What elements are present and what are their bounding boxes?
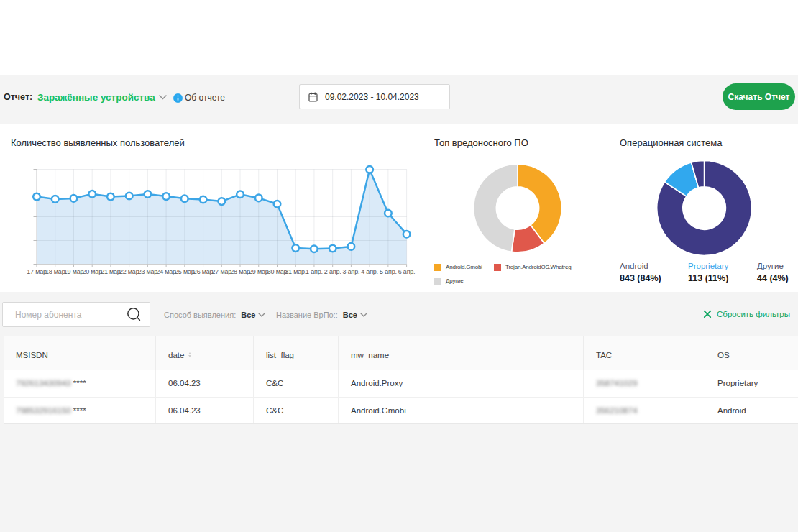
blurred-tac: 356210874 — [596, 406, 638, 415]
x-axis-label: 30 мар — [267, 268, 288, 275]
chevron-down-icon — [258, 313, 265, 317]
column-header-label: OS — [717, 351, 730, 359]
about-report-label: Об отчете — [185, 93, 225, 103]
reset-filters-label: Сбросить фильтры — [717, 310, 790, 318]
x-axis-label: 27 мар — [212, 268, 232, 275]
column-header-msisdn[interactable]: MSISDN — [4, 336, 155, 370]
legend-label: Другие — [446, 278, 463, 285]
column-header-label: TAC — [596, 351, 612, 359]
close-icon — [703, 310, 712, 318]
report-name: Заражённые устройства — [37, 92, 155, 103]
filter-value-wrap: Все — [343, 311, 367, 319]
download-report-button[interactable]: Скачать Отчет — [723, 83, 795, 110]
os-stats: Android843 (84%)Proprietary113 (11%)Друг… — [620, 262, 798, 290]
malware-name-value: Все — [343, 311, 357, 319]
cell-list-flag: C&C — [253, 370, 338, 397]
malware-name-label: Название ВрПо:: — [276, 311, 338, 319]
x-axis-label: 1 апр. — [306, 268, 323, 275]
x-axis-label: 3 апр. — [343, 268, 360, 275]
msisdn-suffix: **** — [73, 406, 86, 415]
column-header-label: date — [168, 351, 184, 359]
legend-swatch — [434, 278, 441, 285]
os-donut-title: Операционная система — [620, 137, 723, 148]
table-header-row: MSISDNdatelist_flagmw_nameTACOS — [4, 336, 798, 370]
column-header-date[interactable]: date — [155, 336, 253, 370]
malware-donut-title: Топ вредоносного ПО — [434, 137, 528, 148]
about-report-button[interactable]: Об отчете — [173, 93, 225, 103]
legend-item[interactable]: Trojan.AndroidOS.Whatreg — [494, 264, 571, 271]
date-range-value: 09.02.2023 - 10.04.2023 — [325, 92, 419, 102]
column-header-label: mw_name — [351, 351, 389, 359]
table-row[interactable]: 792613430943****06.04.23C&CAndroid.Proxy… — [4, 370, 798, 398]
x-axis-label: 23 мар — [138, 268, 158, 275]
x-axis-label: 2 апр. — [324, 268, 341, 275]
x-axis-label: 22 мар — [119, 268, 139, 275]
x-axis-label: 4 апр. — [361, 268, 378, 275]
x-axis-label: 24 мар — [156, 268, 176, 275]
malware-name-select[interactable]: Название ВрПо:: Все — [276, 311, 367, 319]
table-row[interactable]: 798532916150****06.04.23C&CAndroid.Gmobi… — [4, 398, 798, 425]
sort-icon[interactable] — [188, 352, 191, 357]
chevron-down-icon — [159, 95, 167, 100]
cell-tac: 356210874 — [583, 398, 705, 424]
charts-card: Количество выявленных пользователей Топ … — [0, 124, 798, 292]
os-stat-value: 113 (11%) — [688, 273, 728, 283]
x-axis-label: 5 апр. — [380, 268, 397, 275]
msisdn-suffix: **** — [73, 379, 86, 387]
cell-os: Proprietary — [705, 370, 798, 397]
cell-list-flag: C&C — [253, 398, 338, 424]
legend-item[interactable]: Другие — [434, 278, 463, 285]
cell-os: Android — [705, 398, 798, 424]
column-header-mw_name[interactable]: mw_name — [338, 336, 583, 370]
blurred-msisdn: 798532916150 — [16, 406, 71, 415]
cell-tac: 358741029 — [583, 370, 705, 397]
report-label: Отчет: — [4, 92, 32, 102]
search-icon[interactable] — [127, 307, 142, 323]
cell-date: 06.04.23 — [155, 398, 253, 424]
users-line-chart: 17 мар18 мар19 мар20 мар21 мар22 мар23 м… — [0, 124, 431, 292]
detection-method-label: Способ выявления: — [164, 311, 236, 319]
column-header-os[interactable]: OS — [705, 336, 798, 370]
calendar-icon — [308, 92, 318, 102]
x-axis-label: 19 мар — [64, 268, 84, 275]
reset-filters-button[interactable]: Сбросить фильтры — [703, 310, 790, 318]
cell-msisdn: 798532916150**** — [4, 398, 155, 424]
x-axis-label: 31 мар. — [285, 268, 306, 275]
x-axis-label: 25 мар — [175, 268, 195, 275]
blurred-msisdn: 792613430943 — [16, 379, 71, 387]
blurred-tac: 358741029 — [596, 379, 638, 387]
x-axis-label: 26 мар — [193, 268, 214, 275]
caret-down-icon — [188, 355, 191, 357]
cell-msisdn: 792613430943**** — [4, 370, 155, 397]
infected-devices-table: MSISDNdatelist_flagmw_nameTACOS 79261343… — [4, 336, 798, 424]
os-stat: Android843 (84%) — [620, 262, 661, 283]
cell-mw-name: Android.Gmobi — [338, 398, 583, 424]
detection-method-select[interactable]: Способ выявления: Все — [164, 311, 265, 319]
x-axis-label: 29 мар — [249, 268, 269, 275]
legend-item[interactable]: Android.Gmobi — [434, 264, 494, 271]
subscriber-search-box — [2, 302, 150, 327]
detection-method-value: Все — [241, 311, 255, 319]
x-axis-label: 20 мар — [82, 268, 102, 275]
legend-swatch — [434, 264, 441, 271]
os-stat-value: 843 (84%) — [620, 273, 661, 283]
legend-swatch — [494, 264, 501, 271]
x-axis-label: 21 мар — [101, 268, 121, 275]
report-type-select[interactable]: Заражённые устройства — [37, 92, 167, 103]
dashboard-screen: Отчет: Заражённые устройства Об отчете 0… — [0, 0, 798, 532]
os-stat: Proprietary113 (11%) — [688, 262, 728, 283]
caret-up-icon — [188, 352, 191, 354]
os-donut-chart — [651, 155, 758, 262]
filter-value-wrap: Все — [241, 311, 265, 319]
malware-donut-chart — [469, 159, 567, 257]
x-axis-label: 18 мар — [45, 268, 65, 275]
legend-row: Другие — [434, 278, 571, 285]
column-header-tac[interactable]: TAC — [583, 336, 705, 370]
date-range-picker[interactable]: 09.02.2023 - 10.04.2023 — [299, 84, 450, 109]
chevron-down-icon — [360, 313, 367, 317]
os-stat: Другие44 (4%) — [757, 262, 789, 283]
x-axis-label: 28 мар — [230, 268, 250, 275]
column-header-list_flag[interactable]: list_flag — [253, 336, 338, 370]
legend-row: Android.GmobiTrojan.AndroidOS.Whatreg — [434, 264, 571, 271]
subscriber-search-input[interactable] — [3, 303, 125, 326]
